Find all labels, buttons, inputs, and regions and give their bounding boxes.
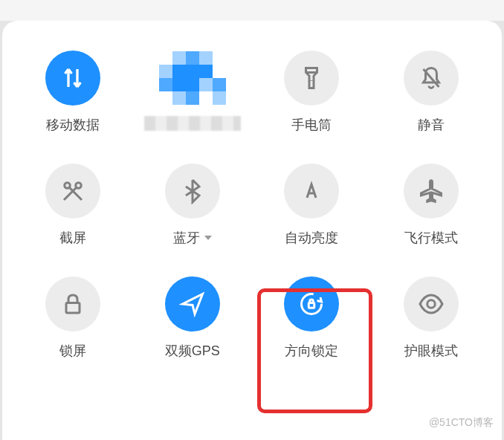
tile-rotation-lock[interactable]: 方向锁定 bbox=[259, 276, 364, 360]
tile-mute[interactable]: 静音 bbox=[379, 51, 483, 134]
tile-label: 自动亮度 bbox=[285, 229, 338, 247]
svg-rect-2 bbox=[66, 303, 80, 314]
svg-point-0 bbox=[65, 183, 71, 189]
scissors-icon bbox=[45, 164, 100, 219]
tile-lock-screen[interactable]: 锁屏 bbox=[21, 276, 125, 360]
tile-label: 护眼模式 bbox=[404, 342, 458, 360]
tile-label: 截屏 bbox=[59, 229, 86, 247]
tile-label: 飞行模式 bbox=[404, 229, 458, 247]
svg-point-1 bbox=[76, 183, 82, 189]
tile-eye-care[interactable]: 护眼模式 bbox=[379, 276, 483, 360]
tile-label: 手电筒 bbox=[291, 116, 332, 134]
tile-label: 静音 bbox=[418, 116, 445, 134]
lock-icon bbox=[45, 276, 100, 331]
rotation-lock-icon bbox=[284, 276, 339, 331]
gps-icon bbox=[165, 276, 220, 331]
tile-auto-brightness[interactable]: 自动亮度 bbox=[259, 164, 364, 247]
tile-label: 双频GPS bbox=[165, 342, 220, 360]
wifi-icon bbox=[159, 51, 226, 106]
tile-dual-gps[interactable]: 双频GPS bbox=[140, 276, 245, 360]
flashlight-icon bbox=[284, 51, 339, 106]
auto-brightness-icon bbox=[284, 164, 339, 219]
tile-screenshot[interactable]: 截屏 bbox=[21, 164, 125, 247]
eye-icon bbox=[404, 276, 459, 331]
svg-point-5 bbox=[427, 300, 436, 308]
quick-settings-panel: 移动数据 手电筒 静音 bbox=[2, 21, 502, 440]
data-arrows-icon bbox=[45, 51, 100, 106]
watermark: @51CTO博客 bbox=[429, 416, 494, 430]
tile-wifi[interactable] bbox=[140, 51, 245, 134]
tile-airplane[interactable]: 飞行模式 bbox=[379, 164, 483, 247]
mute-icon bbox=[404, 51, 459, 106]
bluetooth-icon bbox=[165, 164, 220, 219]
tile-mobile-data[interactable]: 移动数据 bbox=[21, 51, 125, 134]
tile-flashlight[interactable]: 手电筒 bbox=[259, 51, 364, 134]
tile-label: 锁屏 bbox=[59, 342, 86, 360]
tile-label: 方向锁定 bbox=[285, 342, 338, 360]
svg-rect-4 bbox=[309, 303, 315, 308]
tile-label: 移动数据 bbox=[46, 116, 100, 134]
tile-label: 蓝牙 bbox=[173, 229, 200, 247]
status-bar bbox=[0, 0, 504, 21]
tile-label-obscured bbox=[144, 116, 241, 131]
chevron-down-icon bbox=[204, 236, 212, 240]
quick-settings-grid: 移动数据 手电筒 静音 bbox=[17, 51, 487, 360]
airplane-icon bbox=[404, 164, 459, 219]
tile-bluetooth[interactable]: 蓝牙 bbox=[140, 164, 245, 247]
